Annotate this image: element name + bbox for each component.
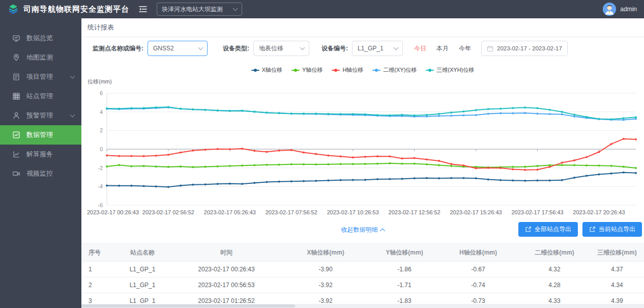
svg-text:2: 2 [100, 127, 103, 133]
sidebar-item-label: 数据管理 [26, 130, 53, 139]
export-current-button[interactable]: 当前站点导出 [582, 222, 642, 237]
menu-collapse-icon[interactable] [138, 5, 148, 13]
table-header-cell: 站点名称 [112, 244, 173, 262]
svg-text:4: 4 [100, 109, 103, 115]
overview-icon [12, 34, 20, 42]
sidebar-item-label: 项目管理 [26, 72, 53, 81]
table-header-cell: 序号 [81, 244, 112, 262]
data-table: 序号站点名称时间X轴位移(mm)Y轴位移(mm)H轴位移(mm)二维位移(mm)… [81, 243, 644, 308]
collapse-detail-link[interactable]: 收起数据明细 [341, 226, 385, 234]
table-header-cell: 二维位移(mm) [519, 244, 590, 262]
sidebar-item-label: 视频监控 [26, 169, 53, 178]
sidebar-item-alert[interactable]: 预警管理 [0, 106, 81, 125]
table-header-cell: Y轴位移(mm) [371, 244, 437, 262]
app-header: 司南导航物联网安全监测平台 块泽河水电站大坝监测 admin [0, 0, 644, 18]
sidebar-item-station[interactable]: 站点管理 [0, 87, 81, 106]
sidebar: 数据总览地图监测项目管理站点管理预警管理数据管理解算服务视频监控 [0, 18, 81, 308]
export-icon [525, 226, 532, 233]
sidebar-item-video[interactable]: 视频监控 [0, 164, 81, 183]
table-header-row: 序号站点名称时间X轴位移(mm)Y轴位移(mm)H轴位移(mm)二维位移(mm)… [81, 244, 644, 262]
svg-text:2023-02-17 12:56:52: 2023-02-17 12:56:52 [389, 209, 441, 215]
quick-range-year[interactable]: 今年 [459, 44, 471, 53]
device-id-label: 设备编号: [321, 44, 348, 53]
chevron-down-icon [70, 113, 75, 118]
alert-icon [12, 111, 20, 120]
table-cell: -3.90 [280, 262, 371, 277]
legend-marker-icon [426, 70, 434, 71]
chevron-down-icon [394, 45, 399, 50]
quick-range-month[interactable]: 本月 [436, 44, 449, 53]
sidebar-item-label: 地图监测 [26, 53, 53, 62]
legend-item[interactable]: X轴位移 [251, 66, 282, 74]
svg-text:2023-02-17 02:56:52: 2023-02-17 02:56:52 [142, 209, 194, 215]
device-id-select[interactable]: L1_GP_1 [352, 41, 403, 56]
username[interactable]: admin [620, 6, 637, 13]
legend-marker-icon [372, 70, 380, 71]
quick-range-today[interactable]: 今日 [414, 44, 426, 53]
legend-label: H轴位移 [342, 66, 363, 74]
project-selector[interactable]: 块泽河水电站大坝监测 [157, 3, 242, 16]
export-icon [589, 226, 596, 233]
chevron-down-icon [70, 74, 75, 79]
legend-marker-icon [291, 70, 300, 71]
table-cell: 2023-02-17 00:26:43 [173, 262, 280, 277]
video-icon [12, 170, 20, 178]
svg-text:2023-02-17 20:26:43: 2023-02-17 20:26:43 [573, 209, 625, 215]
svg-text:-2: -2 [98, 165, 103, 171]
horizontal-scrollbar[interactable] [81, 304, 644, 308]
avatar[interactable] [603, 3, 616, 16]
svg-text:2023-02-17 05:26:43: 2023-02-17 05:26:43 [204, 209, 256, 215]
sidebar-item-map[interactable]: 地图监测 [0, 48, 81, 67]
chevron-down-icon [300, 45, 305, 50]
legend-item[interactable]: H轴位移 [332, 66, 363, 74]
svg-text:2023-02-17 07:56:52: 2023-02-17 07:56:52 [266, 209, 317, 215]
app-title: 司南导航物联网安全监测平台 [23, 5, 129, 14]
legend-marker-icon [332, 70, 340, 71]
date-range-value: 2023-02-17 - 2023-02-17 [497, 45, 562, 51]
date-range-picker[interactable]: 2023-02-17 - 2023-02-17 [481, 41, 568, 56]
table-cell: L1_GP_1 [112, 262, 173, 277]
tab-statistical-report[interactable]: 统计报表 [87, 23, 114, 32]
monitor-point-label: 监测点名称或编号: [93, 44, 143, 53]
station-icon [12, 92, 20, 100]
export-all-button[interactable]: 全部站点导出 [518, 222, 578, 237]
table-cell: -0.67 [437, 262, 519, 277]
legend-marker-icon [251, 70, 259, 71]
table-header-cell: 三维位移(mm) [590, 244, 644, 262]
sidebar-item-overview[interactable]: 数据总览 [0, 29, 81, 48]
table-row: 2L1_GP_12023-02-17 00:56:53-3.92-1.71-0.… [81, 277, 644, 293]
toggle-row: 收起数据明细 全部站点导出 [81, 219, 644, 239]
monitor-point-select[interactable]: GNSS2 [148, 41, 208, 56]
sidebar-item-project[interactable]: 项目管理 [0, 67, 81, 87]
chevron-down-icon [233, 6, 238, 11]
chevron-down-icon [198, 45, 203, 50]
device-type-label: 设备类型: [223, 44, 249, 53]
svg-text:位移(mm): 位移(mm) [87, 78, 112, 85]
app-logo-icon [7, 3, 19, 15]
table-cell: 1 [81, 262, 112, 277]
legend-item[interactable]: Y轴位移 [291, 66, 323, 74]
sidebar-item-label: 解算服务 [26, 150, 53, 159]
chevron-up-icon [380, 229, 385, 234]
filter-bar: 监测点名称或编号: GNSS2 设备类型: 地表位移 设备编号: L1_GP_1… [81, 37, 644, 60]
table-cell: 4.34 [590, 277, 644, 293]
svg-text:2023-02-17 15:26:43: 2023-02-17 15:26:43 [450, 209, 502, 215]
sidebar-item-calc[interactable]: 解算服务 [0, 145, 81, 164]
sidebar-item-data[interactable]: 数据管理 [0, 125, 81, 145]
device-type-select[interactable]: 地表位移 [253, 41, 309, 56]
table-cell: -1.71 [371, 277, 437, 293]
svg-text:0: 0 [100, 146, 103, 152]
legend-label: 二维(XY)位移 [383, 66, 417, 74]
legend-item[interactable]: 二维(XY)位移 [372, 66, 417, 74]
quick-range-group: 今日本月今年 [414, 44, 481, 53]
table-cell: 2 [81, 277, 112, 293]
main-content: 统计报表 监测点名称或编号: GNSS2 设备类型: 地表位移 设备编号: L1… [81, 18, 644, 308]
table-cell: L1_GP_1 [112, 277, 173, 293]
table-cell: -3.92 [280, 277, 371, 293]
sidebar-item-label: 预警管理 [26, 111, 53, 120]
tab-bar: 统计报表 [81, 18, 644, 37]
svg-text:2023-02-17 00:26:43: 2023-02-17 00:26:43 [87, 209, 139, 215]
legend-item[interactable]: 三维(XYH)位移 [426, 66, 474, 74]
table-header-cell: X轴位移(mm) [280, 244, 371, 262]
table-row: 1L1_GP_12023-02-17 00:26:43-3.90-1.86-0.… [81, 262, 644, 277]
